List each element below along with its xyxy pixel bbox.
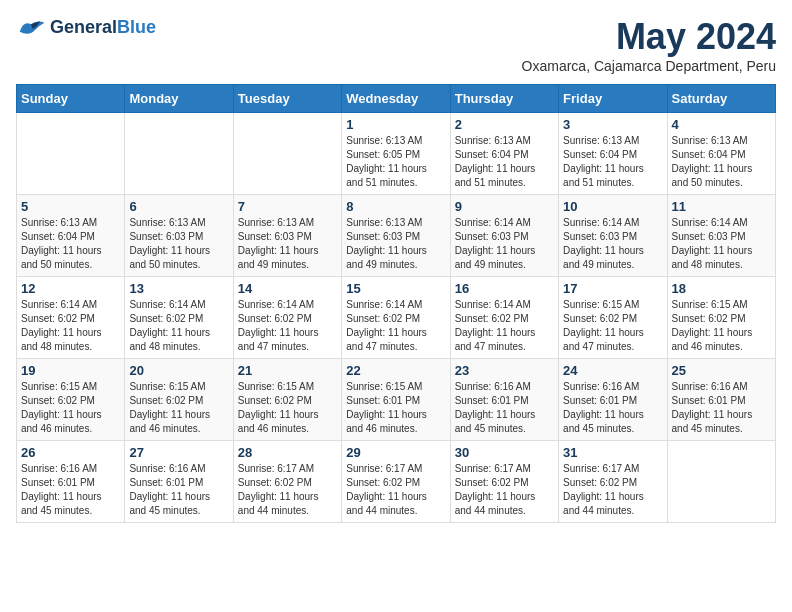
logo-bird-icon	[16, 16, 46, 40]
day-info: Sunrise: 6:14 AM Sunset: 6:02 PM Dayligh…	[346, 298, 445, 354]
calendar-cell	[667, 441, 775, 523]
day-number: 29	[346, 445, 445, 460]
calendar-cell: 1Sunrise: 6:13 AM Sunset: 6:05 PM Daylig…	[342, 113, 450, 195]
day-info: Sunrise: 6:14 AM Sunset: 6:02 PM Dayligh…	[455, 298, 554, 354]
weekday-header-friday: Friday	[559, 85, 667, 113]
day-number: 26	[21, 445, 120, 460]
calendar-cell: 10Sunrise: 6:14 AM Sunset: 6:03 PM Dayli…	[559, 195, 667, 277]
day-number: 18	[672, 281, 771, 296]
calendar-cell: 11Sunrise: 6:14 AM Sunset: 6:03 PM Dayli…	[667, 195, 775, 277]
day-info: Sunrise: 6:17 AM Sunset: 6:02 PM Dayligh…	[455, 462, 554, 518]
calendar-cell: 4Sunrise: 6:13 AM Sunset: 6:04 PM Daylig…	[667, 113, 775, 195]
day-number: 22	[346, 363, 445, 378]
calendar-table: SundayMondayTuesdayWednesdayThursdayFrid…	[16, 84, 776, 523]
day-info: Sunrise: 6:13 AM Sunset: 6:04 PM Dayligh…	[563, 134, 662, 190]
day-number: 1	[346, 117, 445, 132]
day-info: Sunrise: 6:13 AM Sunset: 6:03 PM Dayligh…	[346, 216, 445, 272]
weekday-header-tuesday: Tuesday	[233, 85, 341, 113]
calendar-cell: 19Sunrise: 6:15 AM Sunset: 6:02 PM Dayli…	[17, 359, 125, 441]
day-info: Sunrise: 6:16 AM Sunset: 6:01 PM Dayligh…	[455, 380, 554, 436]
weekday-header-thursday: Thursday	[450, 85, 558, 113]
logo: GeneralBlue	[16, 16, 156, 40]
day-info: Sunrise: 6:14 AM Sunset: 6:03 PM Dayligh…	[455, 216, 554, 272]
calendar-cell: 28Sunrise: 6:17 AM Sunset: 6:02 PM Dayli…	[233, 441, 341, 523]
calendar-week-row: 5Sunrise: 6:13 AM Sunset: 6:04 PM Daylig…	[17, 195, 776, 277]
day-info: Sunrise: 6:15 AM Sunset: 6:01 PM Dayligh…	[346, 380, 445, 436]
day-number: 7	[238, 199, 337, 214]
calendar-cell: 22Sunrise: 6:15 AM Sunset: 6:01 PM Dayli…	[342, 359, 450, 441]
day-number: 9	[455, 199, 554, 214]
day-number: 15	[346, 281, 445, 296]
day-info: Sunrise: 6:17 AM Sunset: 6:02 PM Dayligh…	[346, 462, 445, 518]
weekday-header-row: SundayMondayTuesdayWednesdayThursdayFrid…	[17, 85, 776, 113]
day-info: Sunrise: 6:15 AM Sunset: 6:02 PM Dayligh…	[563, 298, 662, 354]
day-info: Sunrise: 6:16 AM Sunset: 6:01 PM Dayligh…	[672, 380, 771, 436]
day-number: 28	[238, 445, 337, 460]
day-info: Sunrise: 6:13 AM Sunset: 6:04 PM Dayligh…	[21, 216, 120, 272]
day-info: Sunrise: 6:17 AM Sunset: 6:02 PM Dayligh…	[563, 462, 662, 518]
calendar-cell: 16Sunrise: 6:14 AM Sunset: 6:02 PM Dayli…	[450, 277, 558, 359]
calendar-cell: 12Sunrise: 6:14 AM Sunset: 6:02 PM Dayli…	[17, 277, 125, 359]
calendar-cell: 20Sunrise: 6:15 AM Sunset: 6:02 PM Dayli…	[125, 359, 233, 441]
calendar-cell: 27Sunrise: 6:16 AM Sunset: 6:01 PM Dayli…	[125, 441, 233, 523]
calendar-cell: 21Sunrise: 6:15 AM Sunset: 6:02 PM Dayli…	[233, 359, 341, 441]
day-info: Sunrise: 6:14 AM Sunset: 6:02 PM Dayligh…	[238, 298, 337, 354]
calendar-cell: 24Sunrise: 6:16 AM Sunset: 6:01 PM Dayli…	[559, 359, 667, 441]
calendar-week-row: 1Sunrise: 6:13 AM Sunset: 6:05 PM Daylig…	[17, 113, 776, 195]
day-info: Sunrise: 6:14 AM Sunset: 6:03 PM Dayligh…	[563, 216, 662, 272]
day-info: Sunrise: 6:14 AM Sunset: 6:03 PM Dayligh…	[672, 216, 771, 272]
day-info: Sunrise: 6:13 AM Sunset: 6:05 PM Dayligh…	[346, 134, 445, 190]
day-info: Sunrise: 6:16 AM Sunset: 6:01 PM Dayligh…	[563, 380, 662, 436]
calendar-cell	[233, 113, 341, 195]
day-number: 12	[21, 281, 120, 296]
day-number: 30	[455, 445, 554, 460]
day-number: 13	[129, 281, 228, 296]
day-number: 6	[129, 199, 228, 214]
day-number: 2	[455, 117, 554, 132]
calendar-cell: 17Sunrise: 6:15 AM Sunset: 6:02 PM Dayli…	[559, 277, 667, 359]
calendar-cell	[125, 113, 233, 195]
day-info: Sunrise: 6:13 AM Sunset: 6:04 PM Dayligh…	[455, 134, 554, 190]
calendar-week-row: 12Sunrise: 6:14 AM Sunset: 6:02 PM Dayli…	[17, 277, 776, 359]
day-info: Sunrise: 6:14 AM Sunset: 6:02 PM Dayligh…	[21, 298, 120, 354]
page-header: GeneralBlue May 2024 Oxamarca, Cajamarca…	[16, 16, 776, 74]
calendar-cell: 15Sunrise: 6:14 AM Sunset: 6:02 PM Dayli…	[342, 277, 450, 359]
day-number: 23	[455, 363, 554, 378]
day-info: Sunrise: 6:16 AM Sunset: 6:01 PM Dayligh…	[129, 462, 228, 518]
day-number: 21	[238, 363, 337, 378]
day-info: Sunrise: 6:13 AM Sunset: 6:03 PM Dayligh…	[238, 216, 337, 272]
calendar-cell: 3Sunrise: 6:13 AM Sunset: 6:04 PM Daylig…	[559, 113, 667, 195]
day-number: 25	[672, 363, 771, 378]
day-number: 24	[563, 363, 662, 378]
calendar-cell: 7Sunrise: 6:13 AM Sunset: 6:03 PM Daylig…	[233, 195, 341, 277]
calendar-week-row: 19Sunrise: 6:15 AM Sunset: 6:02 PM Dayli…	[17, 359, 776, 441]
day-info: Sunrise: 6:15 AM Sunset: 6:02 PM Dayligh…	[672, 298, 771, 354]
calendar-cell: 30Sunrise: 6:17 AM Sunset: 6:02 PM Dayli…	[450, 441, 558, 523]
title-block: May 2024 Oxamarca, Cajamarca Department,…	[522, 16, 776, 74]
day-number: 19	[21, 363, 120, 378]
day-info: Sunrise: 6:15 AM Sunset: 6:02 PM Dayligh…	[129, 380, 228, 436]
weekday-header-saturday: Saturday	[667, 85, 775, 113]
day-number: 5	[21, 199, 120, 214]
calendar-cell: 23Sunrise: 6:16 AM Sunset: 6:01 PM Dayli…	[450, 359, 558, 441]
calendar-cell: 29Sunrise: 6:17 AM Sunset: 6:02 PM Dayli…	[342, 441, 450, 523]
day-info: Sunrise: 6:17 AM Sunset: 6:02 PM Dayligh…	[238, 462, 337, 518]
calendar-cell: 9Sunrise: 6:14 AM Sunset: 6:03 PM Daylig…	[450, 195, 558, 277]
day-number: 16	[455, 281, 554, 296]
calendar-cell	[17, 113, 125, 195]
weekday-header-wednesday: Wednesday	[342, 85, 450, 113]
weekday-header-monday: Monday	[125, 85, 233, 113]
weekday-header-sunday: Sunday	[17, 85, 125, 113]
month-title: May 2024	[522, 16, 776, 58]
day-number: 3	[563, 117, 662, 132]
calendar-cell: 6Sunrise: 6:13 AM Sunset: 6:03 PM Daylig…	[125, 195, 233, 277]
day-info: Sunrise: 6:16 AM Sunset: 6:01 PM Dayligh…	[21, 462, 120, 518]
calendar-cell: 2Sunrise: 6:13 AM Sunset: 6:04 PM Daylig…	[450, 113, 558, 195]
day-info: Sunrise: 6:13 AM Sunset: 6:04 PM Dayligh…	[672, 134, 771, 190]
day-number: 20	[129, 363, 228, 378]
calendar-cell: 26Sunrise: 6:16 AM Sunset: 6:01 PM Dayli…	[17, 441, 125, 523]
day-number: 11	[672, 199, 771, 214]
logo-text: GeneralBlue	[50, 18, 156, 38]
day-number: 31	[563, 445, 662, 460]
day-number: 17	[563, 281, 662, 296]
